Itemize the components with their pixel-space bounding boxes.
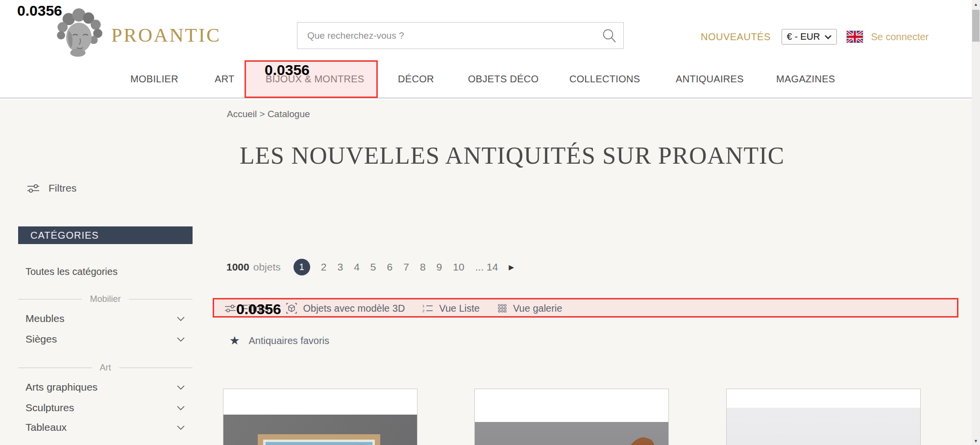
star-icon: ★	[229, 335, 240, 346]
nav-item-mobilier[interactable]: MOBILIER	[130, 74, 178, 85]
sidebar-divider-art: Art	[18, 363, 193, 373]
page-button[interactable]: 8	[420, 261, 426, 273]
scroll-down-icon[interactable]: ▼	[972, 437, 980, 445]
sidebar-item-all-categories[interactable]: Toutes les catégories	[25, 266, 118, 277]
page-button[interactable]: 7	[403, 261, 409, 273]
page-button[interactable]: 9	[437, 261, 442, 273]
page-button[interactable]: 3	[337, 261, 343, 273]
pagination: 1000objets 1 2 3 4 5 6 7 8 9 10 ... 14 ▶	[226, 259, 514, 275]
list-view-icon: 1 2	[422, 304, 433, 313]
search-button[interactable]	[595, 23, 623, 49]
painting-frame	[258, 434, 380, 445]
nav-item-art[interactable]: ART	[215, 74, 235, 85]
sidebar-item-sculptures[interactable]: Sculptures	[25, 402, 185, 414]
filter-sliders-icon	[27, 183, 40, 193]
currency-select[interactable]: € - EUR	[782, 29, 837, 45]
page-button[interactable]: 2	[321, 261, 327, 273]
svg-text:2: 2	[422, 309, 425, 313]
page-button-last[interactable]: ... 14	[475, 261, 498, 273]
chevron-down-icon	[825, 35, 832, 39]
results-count: 1000objets	[226, 261, 281, 273]
annotation-value: 0.0356	[236, 301, 281, 318]
chevron-down-icon	[177, 337, 185, 342]
sidebar-item-tableaux[interactable]: Tableaux	[25, 421, 185, 433]
categories-header: CATÉGORIES	[18, 226, 193, 244]
search-icon	[601, 28, 617, 44]
nav-item-collections[interactable]: COLLECTIONS	[569, 74, 640, 85]
product-card-wood-object[interactable]	[474, 389, 669, 445]
svg-text:1: 1	[422, 304, 425, 308]
annotation-value: 0.0356	[265, 62, 310, 78]
page-button[interactable]: 4	[354, 261, 360, 273]
toolbar-gallery-view-button[interactable]: Vue galerie	[497, 303, 562, 314]
page-button-current[interactable]: 1	[294, 259, 310, 275]
chevron-down-icon	[177, 317, 185, 321]
uk-flag-icon[interactable]	[847, 31, 863, 43]
favorite-dealers-button[interactable]: ★ Antiquaires favoris	[229, 335, 329, 346]
scrollbar-thumb[interactable]	[972, 10, 980, 42]
nav-item-decor[interactable]: DÉCOR	[398, 74, 434, 85]
page-button[interactable]: 10	[453, 261, 464, 273]
chevron-down-icon	[177, 385, 185, 390]
header-right-controls: NOUVEAUTÉS € - EUR Se connecter	[701, 28, 929, 45]
sidebar-divider-mobilier: Mobilier	[18, 294, 193, 304]
nav-item-antiquaires[interactable]: ANTIQUAIRES	[676, 74, 744, 85]
annotation-value: 0.0356	[17, 2, 62, 19]
product-photo	[223, 415, 417, 445]
login-link[interactable]: Se connecter	[871, 31, 929, 43]
site-header: PROANTIC NOUVEAUTÉS € - EUR Se connecter	[0, 0, 972, 99]
sidebar-item-arts-graphiques[interactable]: Arts graphiques	[25, 381, 185, 393]
sidebar-filters-button[interactable]: Filtres	[27, 182, 76, 194]
favorite-dealers-label: Antiquaires favoris	[249, 335, 330, 346]
product-photo	[475, 422, 668, 445]
breadcrumb[interactable]: Accueil > Catalogue	[227, 109, 310, 120]
sidebar-item-meubles[interactable]: Meubles	[25, 313, 185, 324]
cube-3d-icon	[286, 303, 297, 314]
toolbar-list-view-button[interactable]: 1 2 Vue Liste	[422, 303, 480, 314]
scroll-up-icon[interactable]: ▲	[972, 0, 980, 8]
carved-wing-shape	[607, 432, 660, 445]
next-page-icon[interactable]: ▶	[509, 263, 514, 271]
page-button[interactable]: 5	[370, 261, 376, 273]
filter-sliders-icon	[224, 304, 236, 313]
product-card-bowl[interactable]	[726, 389, 921, 445]
page-button[interactable]: 6	[387, 261, 393, 273]
search-box	[297, 22, 624, 49]
page-title: LES NOUVELLES ANTIQUITÉS SUR PROANTIC	[213, 141, 811, 170]
brand-title[interactable]: PROANTIC	[111, 24, 221, 47]
sidebar-item-sieges[interactable]: Sièges	[25, 333, 185, 345]
nav-item-magazines[interactable]: MAGAZINES	[776, 74, 835, 85]
sidebar-filters-label: Filtres	[49, 182, 76, 194]
search-input[interactable]	[297, 30, 595, 41]
toolbar-3d-objects-button[interactable]: Objets avec modèle 3D	[286, 303, 405, 314]
chevron-down-icon	[177, 406, 185, 410]
product-photo	[727, 408, 920, 445]
gallery-view-icon	[497, 303, 507, 313]
currency-value: € - EUR	[787, 31, 820, 42]
nav-item-objets-deco[interactable]: OBJETS DÉCO	[468, 74, 539, 85]
product-card-painting[interactable]	[223, 389, 417, 445]
scrollbar[interactable]: ▲ ▼	[972, 0, 980, 445]
chevron-down-icon	[177, 425, 185, 430]
nouveautes-link[interactable]: NOUVEAUTÉS	[701, 31, 771, 43]
